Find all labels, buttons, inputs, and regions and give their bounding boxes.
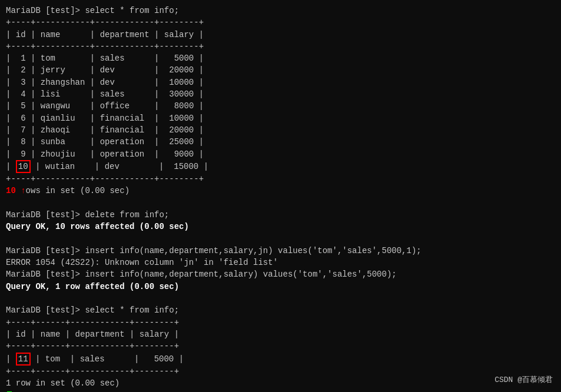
cursor-line	[6, 389, 555, 392]
line-16: 10 ↑ows in set (0.00 sec)	[6, 185, 555, 197]
line-2: +----+-----------+------------+--------+	[6, 16, 555, 28]
line-8: | 4 | lisi | sales | 30000 |	[6, 88, 555, 100]
line-empty1	[6, 197, 555, 209]
line-empty2	[6, 233, 555, 245]
line-24: Query OK, 1 row affected (0.00 sec)	[6, 281, 555, 293]
watermark: CSDN @百慕倾君	[494, 375, 553, 386]
line-11: | 7 | zhaoqi | financial | 20000 |	[6, 124, 555, 136]
line-7: | 3 | zhangshan | dev | 10000 |	[6, 77, 555, 88]
line-6: | 2 | jerry | dev | 20000 |	[6, 64, 555, 76]
line-26: MariaDB [test]> select * from info;	[6, 304, 555, 316]
line-5: | 1 | tom | sales | 5000 |	[6, 52, 555, 64]
line-3: | id | name | department | salary |	[6, 29, 555, 41]
line-12: | 8 | sunba | operation | 25000 |	[6, 136, 555, 148]
line-1: MariaDB [test]> select * from info;	[6, 5, 555, 16]
line-13: | 9 | zhoujiu | operation | 9000 |	[6, 148, 555, 160]
line-18: MariaDB [test]> delete from info;	[6, 209, 555, 221]
line-23: MariaDB [test]> insert info(name,departm…	[6, 268, 555, 280]
line-32: 1 row in set (0.00 sec)	[6, 377, 555, 389]
line-19: Query OK, 10 rows affected (0.00 sec)	[6, 221, 555, 232]
rows-in-set-1: ows in set (0.00 sec)	[26, 186, 130, 195]
row11-id: 11	[16, 353, 31, 366]
red-arrow-icon: 10 ↑	[6, 186, 26, 195]
line-4: +----+-----------+------------+--------+	[6, 41, 555, 52]
affected-text: affected	[85, 282, 124, 291]
line-15: +----+-----------+------------+--------+	[6, 173, 555, 185]
terminal: MariaDB [test]> select * from info; +---…	[0, 0, 561, 392]
line-empty3	[6, 293, 555, 304]
line-row11: | 11 | tom | sales | 5000 |	[6, 353, 555, 366]
line-28: | id | name | department | salary |	[6, 328, 555, 340]
line-9: | 5 | wangwu | office | 8000 |	[6, 100, 555, 112]
line-10: | 6 | qianliu | financial | 10000 |	[6, 112, 555, 124]
line-21: MariaDB [test]> insert info(name,departm…	[6, 245, 555, 257]
row10-id: 10	[16, 160, 31, 173]
line-22: ERROR 1054 (42S22): Unknown column 'jn' …	[6, 257, 555, 268]
line-31: +----+------+------------+--------+	[6, 366, 555, 377]
line-27: +----+------+------------+--------+	[6, 317, 555, 328]
line-row10: | 10 | wutian | dev | 15000 |	[6, 160, 555, 173]
line-29: +----+------+------------+--------+	[6, 340, 555, 352]
